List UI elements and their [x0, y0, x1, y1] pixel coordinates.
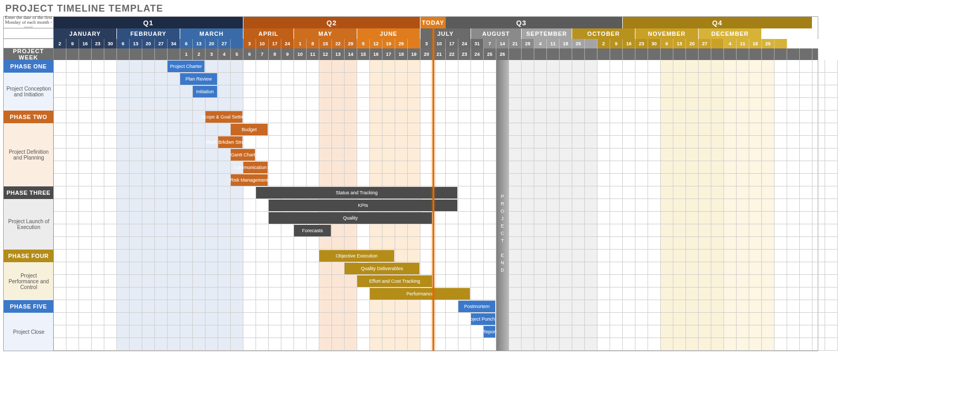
- grid-cell[interactable]: [218, 161, 231, 174]
- grid-cell[interactable]: [597, 287, 610, 300]
- grid-cell[interactable]: [762, 111, 775, 123]
- grid-cell[interactable]: [737, 275, 749, 287]
- grid-cell[interactable]: [686, 60, 699, 73]
- grid-cell[interactable]: [307, 250, 319, 262]
- grid-cell[interactable]: [509, 98, 522, 111]
- grid-cell[interactable]: [117, 73, 130, 85]
- grid-cell[interactable]: [104, 148, 117, 161]
- grid-cell[interactable]: [54, 123, 66, 136]
- grid-cell[interactable]: [787, 136, 800, 148]
- grid-cell[interactable]: [812, 174, 825, 186]
- grid-cell[interactable]: [534, 123, 547, 136]
- grid-cell[interactable]: [812, 212, 825, 224]
- grid-cell[interactable]: [420, 148, 433, 161]
- grid-cell[interactable]: [205, 212, 218, 224]
- grid-cell[interactable]: [572, 199, 585, 212]
- grid-cell[interactable]: [79, 186, 92, 199]
- grid-cell[interactable]: [775, 136, 787, 148]
- grid-cell[interactable]: [800, 98, 812, 111]
- grid-cell[interactable]: [699, 199, 711, 212]
- grid-cell[interactable]: [635, 123, 648, 136]
- grid-cell[interactable]: [711, 60, 724, 73]
- grid-cell[interactable]: [66, 250, 79, 262]
- grid-cell[interactable]: [458, 237, 471, 250]
- grid-cell[interactable]: [66, 136, 79, 148]
- grid-cell[interactable]: [332, 300, 345, 313]
- grid-cell[interactable]: [597, 199, 610, 212]
- task-bar[interactable]: Postmortem: [458, 301, 495, 312]
- grid-cell[interactable]: [168, 161, 180, 174]
- grid-cell[interactable]: [458, 85, 471, 98]
- grid-cell[interactable]: [787, 148, 800, 161]
- grid-cell[interactable]: [433, 174, 446, 186]
- grid-cell[interactable]: [800, 287, 812, 300]
- grid-cell[interactable]: [307, 60, 319, 73]
- grid-cell[interactable]: [699, 98, 711, 111]
- grid-cell[interactable]: [812, 136, 825, 148]
- grid-cell[interactable]: [307, 262, 319, 275]
- grid-cell[interactable]: [737, 85, 749, 98]
- grid-cell[interactable]: [648, 199, 661, 212]
- grid-cell[interactable]: [610, 161, 623, 174]
- grid-cell[interactable]: [623, 73, 635, 85]
- grid-cell[interactable]: [572, 161, 585, 174]
- grid-cell[interactable]: [408, 60, 420, 73]
- grid-cell[interactable]: [812, 73, 825, 85]
- grid-cell[interactable]: [522, 325, 534, 338]
- grid-cell[interactable]: [180, 212, 193, 224]
- grid-cell[interactable]: [686, 123, 699, 136]
- grid-cell[interactable]: [749, 111, 762, 123]
- grid-cell[interactable]: [79, 148, 92, 161]
- grid-cell[interactable]: [180, 313, 193, 325]
- grid-cell[interactable]: [648, 60, 661, 73]
- grid-cell[interactable]: [408, 338, 420, 351]
- grid-cell[interactable]: [749, 237, 762, 250]
- grid-cell[interactable]: [661, 199, 673, 212]
- grid-cell[interactable]: [130, 136, 142, 148]
- grid-cell[interactable]: [560, 325, 572, 338]
- grid-cell[interactable]: [484, 148, 496, 161]
- grid-cell[interactable]: [66, 123, 79, 136]
- grid-cell[interactable]: [560, 85, 572, 98]
- grid-cell[interactable]: [142, 111, 155, 123]
- grid-cell[interactable]: [711, 161, 724, 174]
- grid-cell[interactable]: [585, 98, 597, 111]
- grid-cell[interactable]: [168, 250, 180, 262]
- grid-cell[interactable]: [281, 73, 294, 85]
- grid-cell[interactable]: [825, 136, 838, 148]
- grid-cell[interactable]: [243, 275, 256, 287]
- grid-cell[interactable]: [130, 287, 142, 300]
- grid-cell[interactable]: [383, 60, 395, 73]
- grid-cell[interactable]: [560, 212, 572, 224]
- grid-cell[interactable]: [522, 199, 534, 212]
- grid-cell[interactable]: [547, 136, 560, 148]
- grid-cell[interactable]: [281, 313, 294, 325]
- grid-cell[interactable]: [231, 300, 243, 313]
- grid-cell[interactable]: [484, 60, 496, 73]
- grid-cell[interactable]: [256, 98, 269, 111]
- grid-cell[interactable]: [231, 338, 243, 351]
- grid-cell[interactable]: [243, 262, 256, 275]
- grid-cell[interactable]: [635, 250, 648, 262]
- grid-cell[interactable]: [623, 174, 635, 186]
- grid-cell[interactable]: [66, 338, 79, 351]
- grid-cell[interactable]: [155, 161, 168, 174]
- grid-cell[interactable]: [737, 300, 749, 313]
- grid-cell[interactable]: [408, 136, 420, 148]
- grid-cell[interactable]: [724, 199, 737, 212]
- grid-cell[interactable]: [142, 199, 155, 212]
- grid-cell[interactable]: [471, 287, 484, 300]
- grid-cell[interactable]: [724, 111, 737, 123]
- grid-cell[interactable]: [231, 237, 243, 250]
- grid-cell[interactable]: [686, 174, 699, 186]
- grid-cell[interactable]: [294, 123, 307, 136]
- grid-cell[interactable]: [79, 224, 92, 237]
- grid-cell[interactable]: [749, 313, 762, 325]
- grid-cell[interactable]: [218, 300, 231, 313]
- grid-cell[interactable]: [547, 123, 560, 136]
- grid-cell[interactable]: [648, 313, 661, 325]
- grid-cell[interactable]: [737, 136, 749, 148]
- grid-cell[interactable]: [471, 148, 484, 161]
- grid-cell[interactable]: [547, 275, 560, 287]
- grid-cell[interactable]: [635, 287, 648, 300]
